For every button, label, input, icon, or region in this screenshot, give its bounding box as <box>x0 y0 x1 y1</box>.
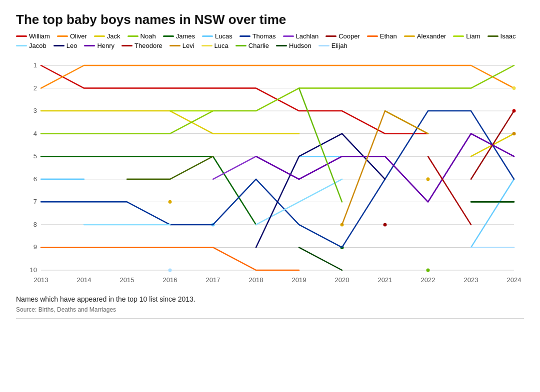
chart-area: 1234567891020132014201520162017201820192… <box>16 55 524 290</box>
legend-item: Lucas <box>202 32 232 40</box>
svg-point-40 <box>512 86 516 90</box>
legend-item: Elijah <box>318 42 348 49</box>
svg-text:2017: 2017 <box>206 276 220 284</box>
svg-text:2015: 2015 <box>120 276 134 284</box>
legend-item: Ethan <box>367 32 397 40</box>
svg-text:2021: 2021 <box>378 276 392 284</box>
legend-item: Leo <box>54 42 78 49</box>
svg-text:2022: 2022 <box>421 276 436 284</box>
legend-item: Lachlan <box>283 32 319 40</box>
legend-item: William <box>16 32 50 40</box>
legend-item: Luca <box>202 42 228 49</box>
legend-item: Henry <box>84 42 114 49</box>
svg-text:4: 4 <box>34 130 37 137</box>
legend-item: James <box>163 32 195 40</box>
legend-item: Noah <box>128 32 156 40</box>
legend-item: Charlie <box>236 42 269 49</box>
svg-text:2019: 2019 <box>292 276 306 284</box>
svg-text:2018: 2018 <box>249 276 264 284</box>
legend-item: Cooper <box>326 32 360 40</box>
svg-text:9: 9 <box>34 243 37 251</box>
legend: WilliamOliverJackNoahJamesLucasThomasLac… <box>16 32 524 50</box>
svg-point-38 <box>426 177 430 181</box>
svg-text:7: 7 <box>34 198 37 205</box>
svg-text:10: 10 <box>30 266 37 274</box>
svg-text:2023: 2023 <box>464 276 478 284</box>
legend-item: Hudson <box>276 42 312 49</box>
svg-text:1: 1 <box>34 61 37 69</box>
svg-text:2: 2 <box>34 84 37 92</box>
svg-text:2016: 2016 <box>163 276 178 284</box>
svg-text:2020: 2020 <box>335 276 350 284</box>
svg-text:2024: 2024 <box>507 276 522 284</box>
page-container: The top baby boys names in NSW over time… <box>0 0 540 327</box>
svg-point-41 <box>426 269 430 272</box>
page-title: The top baby boys names in NSW over time <box>16 12 524 27</box>
svg-point-36 <box>168 200 172 204</box>
svg-text:6: 6 <box>34 175 37 183</box>
legend-item: Jack <box>94 32 120 40</box>
divider <box>16 318 524 319</box>
svg-text:3: 3 <box>34 107 37 114</box>
svg-text:2013: 2013 <box>34 276 48 284</box>
svg-point-35 <box>384 223 387 226</box>
svg-point-42 <box>168 269 172 272</box>
legend-item: Thomas <box>240 32 276 40</box>
legend-item: Alexander <box>404 32 446 40</box>
footer-source: Source: Births, Deaths and Marriages <box>16 306 524 313</box>
legend-item: Oliver <box>57 32 87 40</box>
legend-item: Theodore <box>122 42 162 49</box>
legend-item: Isaac <box>488 32 516 40</box>
svg-text:5: 5 <box>34 152 37 160</box>
legend-item: Liam <box>453 32 480 40</box>
legend-item: Jacob <box>16 42 46 49</box>
svg-text:2014: 2014 <box>77 276 92 284</box>
svg-text:8: 8 <box>34 221 37 228</box>
legend-item: Levi <box>170 42 194 49</box>
svg-point-39 <box>512 132 516 135</box>
footer-note: Names which have appeared in the top 10 … <box>16 295 524 303</box>
